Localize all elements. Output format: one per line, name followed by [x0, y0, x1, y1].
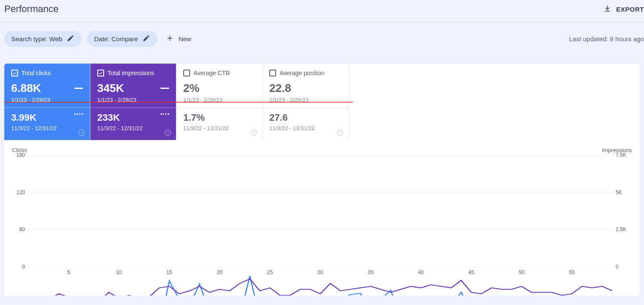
card-label: Total clicks: [22, 70, 51, 76]
add-new-label: New: [179, 35, 191, 43]
checkbox-icon: [11, 70, 18, 76]
card-value-current: 345K: [97, 82, 169, 95]
card-value-compare: 27.6: [269, 112, 341, 123]
y-left-ticks: 060120180: [12, 155, 27, 267]
card-range-compare: 11/3/22 - 12/31/22: [97, 125, 169, 131]
help-icon[interactable]: ?: [164, 129, 172, 137]
checkbox-icon: [97, 70, 104, 76]
card-value-compare: 3.99K: [11, 112, 83, 123]
checkbox-icon: [269, 70, 276, 76]
pencil-icon: [67, 34, 74, 43]
card-range-compare: 11/3/22 - 12/31/22: [183, 125, 255, 131]
card-label: Total impressions: [108, 70, 154, 76]
card-value-current: 22.8: [269, 82, 341, 95]
card-range-compare: 11/3/22 - 12/31/22: [11, 125, 83, 131]
metric-cards: Total clicks 6.88K 1/1/23 - 2/28/23 3.99…: [4, 64, 640, 140]
chart-grid: [28, 155, 612, 267]
search-type-chip[interactable]: Search type: Web: [4, 31, 81, 47]
pencil-icon: [142, 34, 150, 43]
legend-dashed-line: [160, 113, 169, 115]
card-range-compare: 11/3/22 - 12/31/22: [269, 125, 341, 131]
download-icon: [603, 4, 612, 14]
card-value-current: 2%: [183, 82, 255, 95]
performance-chart: Clicks Impressions 060120180 02.5K5K7.5K…: [4, 140, 640, 280]
svg-text:?: ?: [80, 131, 83, 135]
checkbox-icon: [183, 70, 190, 76]
card-label: Average CTR: [194, 70, 230, 76]
help-icon[interactable]: ?: [250, 129, 258, 137]
search-type-label: Search type: Web: [11, 35, 62, 43]
card-value-compare: 233K: [97, 112, 169, 123]
export-button[interactable]: EXPORT: [603, 4, 644, 14]
legend-solid-line: [160, 88, 169, 89]
help-icon[interactable]: ?: [78, 129, 86, 137]
card-value-compare: 1.7%: [183, 112, 255, 123]
annotation-red-line: [4, 102, 353, 103]
date-label: Date: Compare: [94, 35, 138, 43]
card-value-current: 6.88K: [11, 82, 83, 95]
y-right-ticks: 02.5K5K7.5K: [614, 155, 632, 267]
legend-solid-line: [74, 88, 83, 89]
svg-text:?: ?: [253, 131, 255, 135]
legend-dashed-line: [74, 113, 83, 115]
export-label: EXPORT: [616, 6, 644, 13]
add-new-button[interactable]: New: [163, 30, 194, 47]
help-icon[interactable]: ?: [336, 129, 344, 137]
last-updated-text: Last updated: 8 hours ago: [569, 35, 644, 43]
svg-text:?: ?: [339, 131, 341, 135]
page-title: Performance: [4, 3, 59, 15]
date-chip[interactable]: Date: Compare: [87, 31, 157, 47]
plus-icon: [166, 34, 174, 44]
x-ticks: 510152025303540455055: [28, 267, 612, 275]
svg-text:?: ?: [166, 131, 169, 135]
card-label: Average position: [280, 70, 324, 76]
